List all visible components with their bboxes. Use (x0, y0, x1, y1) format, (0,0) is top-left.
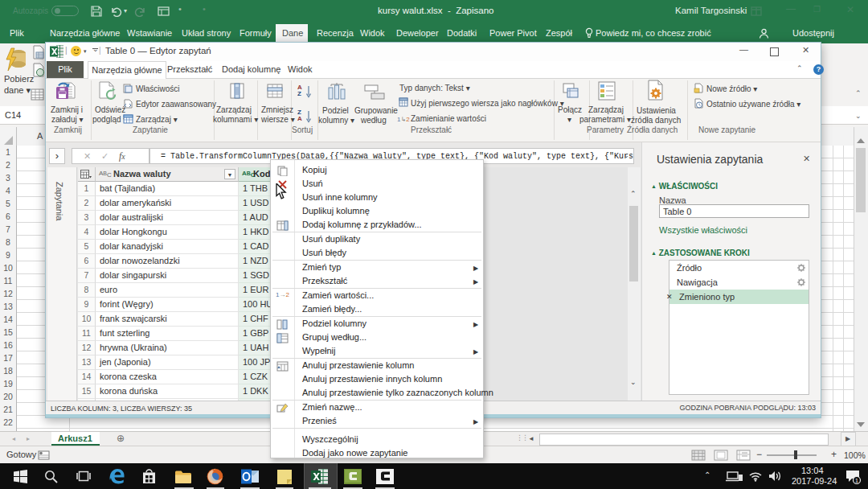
svg-text:1: 1 (855, 478, 858, 483)
